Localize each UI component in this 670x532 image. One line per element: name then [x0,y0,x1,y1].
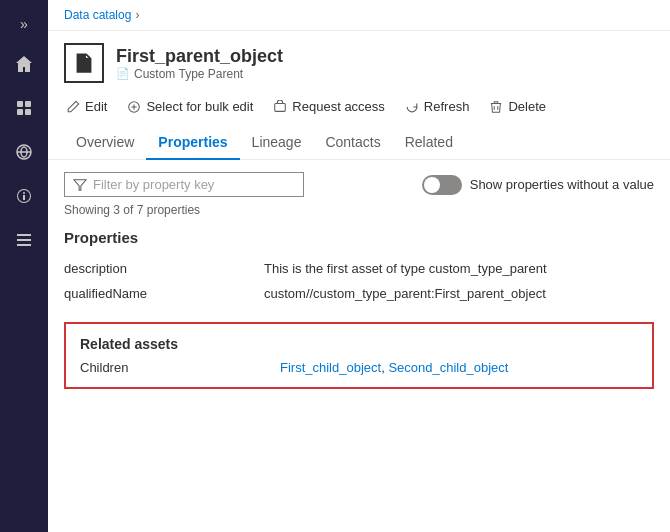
tab-contacts[interactable]: Contacts [313,126,392,160]
asset-header: First_parent_object 📄 Custom Type Parent [48,31,670,91]
sidebar: » [0,0,48,532]
edit-icon [66,100,80,114]
document-icon [73,52,95,74]
filter-input[interactable] [93,177,295,192]
main-area: Data catalog › First_parent_object 📄 Cus… [48,0,670,532]
related-assets-box: Related assets Children First_child_obje… [64,322,654,389]
sidebar-expand-button[interactable]: » [4,8,44,40]
catalog-icon [14,98,34,118]
svg-rect-10 [275,103,286,111]
manage-icon [14,230,34,250]
home-icon [14,54,34,74]
refresh-button[interactable]: Refresh [403,95,472,118]
svg-marker-13 [74,179,86,190]
sidebar-item-catalog[interactable] [4,88,44,128]
edit-label: Edit [85,99,107,114]
svg-rect-2 [17,109,23,115]
show-empty-toggle[interactable] [422,175,462,195]
bulk-edit-button[interactable]: Select for bulk edit [125,95,255,118]
breadcrumb: Data catalog › [48,0,670,31]
related-link-second-child[interactable]: Second_child_object [388,360,508,375]
bulk-edit-label: Select for bulk edit [146,99,253,114]
delete-label: Delete [508,99,546,114]
subtitle-icon: 📄 [116,67,130,80]
request-access-label: Request access [292,99,385,114]
filter-bar: Show properties without a value [64,172,654,197]
insights-icon [14,186,34,206]
related-label: Children [80,360,280,375]
sidebar-item-home[interactable] [4,44,44,84]
showing-count: Showing 3 of 7 properties [64,203,654,217]
delete-icon [489,100,503,114]
request-access-button[interactable]: Request access [271,95,387,118]
svg-rect-3 [25,109,31,115]
edit-button[interactable]: Edit [64,95,109,118]
asset-title: First_parent_object [116,46,283,67]
bulk-edit-icon [127,100,141,114]
toolbar: Edit Select for bulk edit Request access… [48,91,670,126]
related-link-first-child[interactable]: First_child_object [280,360,381,375]
properties-section-title: Properties [64,229,654,246]
sidebar-item-insights[interactable] [4,176,44,216]
table-row: description This is the first asset of t… [64,256,654,281]
sidebar-item-glossary[interactable] [4,132,44,172]
asset-type-icon [64,43,104,83]
tab-related[interactable]: Related [393,126,465,160]
breadcrumb-chevron: › [135,8,139,22]
prop-key: qualifiedName [64,281,264,306]
asset-type-label: Custom Type Parent [134,67,243,81]
related-links: First_child_object, Second_child_object [280,360,508,375]
request-access-icon [273,100,287,114]
glossary-icon [14,142,34,162]
toggle-label: Show properties without a value [470,177,654,192]
breadcrumb-catalog[interactable]: Data catalog [64,8,131,22]
tab-properties[interactable]: Properties [146,126,239,160]
tab-lineage[interactable]: Lineage [240,126,314,160]
sidebar-item-manage[interactable] [4,220,44,260]
refresh-label: Refresh [424,99,470,114]
svg-rect-1 [25,101,31,107]
tab-bar: Overview Properties Lineage Contacts Rel… [48,126,670,160]
refresh-icon [405,100,419,114]
related-assets-row: Children First_child_object, Second_chil… [80,360,638,375]
related-assets-title: Related assets [80,336,638,352]
properties-table: description This is the first asset of t… [64,256,654,306]
content-area: Show properties without a value Showing … [48,160,670,532]
delete-button[interactable]: Delete [487,95,548,118]
tab-overview[interactable]: Overview [64,126,146,160]
table-row: qualifiedName custom//custom_type_parent… [64,281,654,306]
prop-value: custom//custom_type_parent:First_parent_… [264,281,654,306]
toggle-wrap: Show properties without a value [422,175,654,195]
asset-title-area: First_parent_object 📄 Custom Type Parent [116,46,283,81]
svg-rect-0 [17,101,23,107]
expand-icon: » [20,16,28,32]
prop-key: description [64,256,264,281]
asset-subtitle: 📄 Custom Type Parent [116,67,283,81]
filter-icon [73,178,87,192]
prop-value: This is the first asset of type custom_t… [264,256,654,281]
filter-input-wrap[interactable] [64,172,304,197]
